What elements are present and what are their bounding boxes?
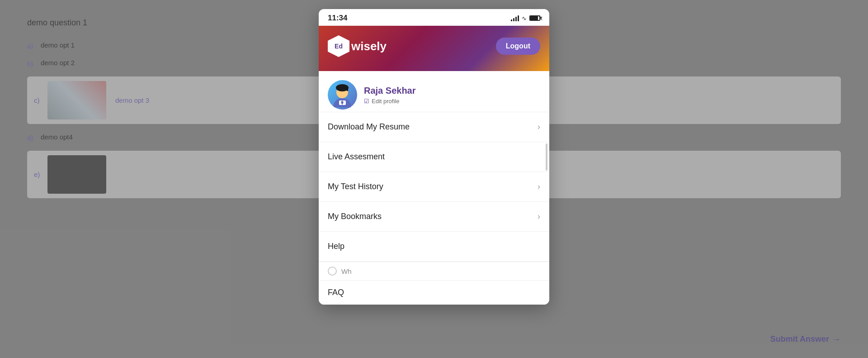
wifi-icon: ∿ — [522, 15, 527, 22]
signal-icon — [511, 15, 519, 21]
app-header: Ed wisely Logout — [319, 26, 549, 71]
logo-area: Ed wisely — [328, 35, 387, 57]
logout-button[interactable]: Logout — [496, 38, 540, 55]
menu-item-live-assessment-label: Live Assesment — [328, 152, 385, 162]
menu-item-test-history[interactable]: My Test History › — [319, 172, 549, 202]
bottom-bar: Wh — [319, 262, 549, 280]
bottom-radio — [328, 267, 337, 276]
chevron-right-icon-3: › — [538, 212, 540, 221]
menu-item-download-resume-label: Download My Resume — [328, 122, 410, 132]
edit-icon: ☑ — [364, 98, 369, 105]
status-bar: 11:34 ∿ — [319, 9, 549, 26]
faq-partial-item[interactable]: FAQ — [319, 280, 549, 305]
status-icons: ∿ — [511, 15, 540, 22]
menu-item-bookmarks-label: My Bookmarks — [328, 212, 382, 221]
menu-item-test-history-label: My Test History — [328, 182, 383, 191]
profile-name: Raja Sekhar — [364, 86, 416, 96]
close-button[interactable]: × — [538, 14, 543, 23]
logo-hex: Ed — [328, 35, 349, 57]
profile-info: Raja Sekhar ☑ Edit profile — [364, 86, 416, 105]
faq-label: FAQ — [328, 288, 344, 297]
chevron-right-icon-2: › — [538, 182, 540, 191]
status-time: 11:34 — [328, 14, 347, 23]
menu-item-help-label: Help — [328, 242, 344, 251]
modal-overlay: × 11:34 ∿ Ed — [0, 0, 868, 358]
menu-item-bookmarks[interactable]: My Bookmarks › — [319, 202, 549, 232]
logo-hex-text: Ed — [335, 43, 343, 50]
menu-item-live-assessment[interactable]: Live Assesment — [319, 142, 549, 172]
chevron-right-icon-0: › — [538, 122, 540, 132]
logo-text: wisely — [351, 39, 387, 53]
menu-list: Download My Resume › Live Assesment My T… — [319, 112, 549, 305]
menu-item-download-resume[interactable]: Download My Resume › — [319, 112, 549, 142]
phone-modal: × 11:34 ∿ Ed — [319, 9, 549, 305]
scroll-indicator[interactable] — [546, 143, 547, 171]
edit-profile-button[interactable]: ☑ Edit profile — [364, 98, 416, 105]
edit-profile-label: Edit profile — [372, 98, 399, 105]
svg-rect-4 — [347, 87, 348, 91]
avatar — [328, 80, 357, 110]
profile-section: Raja Sekhar ☑ Edit profile — [319, 71, 549, 112]
bottom-text: Wh — [341, 267, 352, 275]
menu-item-help[interactable]: Help — [319, 232, 549, 262]
